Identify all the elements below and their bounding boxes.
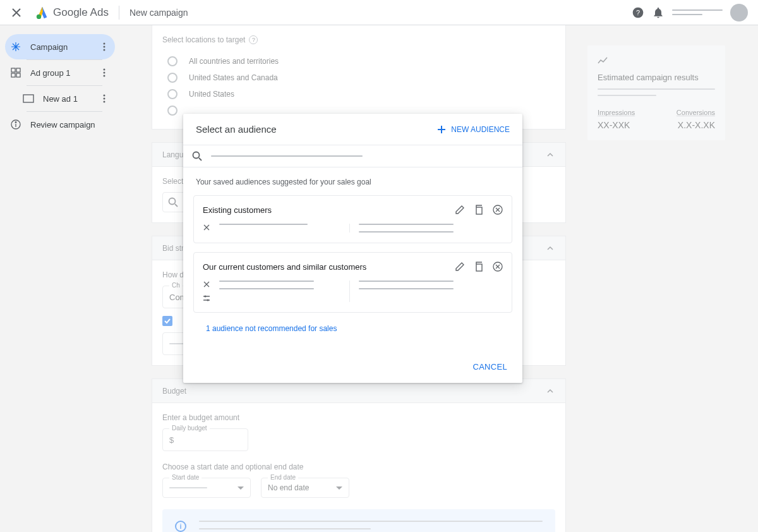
product-logo: Google Ads [35, 6, 109, 20]
svg-point-19 [15, 122, 16, 123]
svg-rect-6 [11, 68, 15, 72]
new-audience-button[interactable]: NEW AUDIENCE [437, 125, 510, 134]
svg-point-11 [104, 72, 105, 74]
sidebar-item-label: Campaign [30, 42, 99, 52]
copy-icon[interactable] [474, 262, 484, 272]
google-ads-logo-icon [35, 6, 49, 20]
svg-point-5 [104, 49, 105, 51]
svg-text:?: ? [636, 9, 640, 16]
new-audience-label: NEW AUDIENCE [451, 125, 510, 134]
not-recommended-link[interactable]: 1 audience not recommended for sales [188, 322, 517, 333]
dialog-title: Select an audience [196, 124, 277, 135]
adgroup-icon [10, 67, 21, 78]
svg-point-10 [104, 69, 105, 71]
svg-point-3 [104, 43, 105, 45]
svg-rect-13 [23, 95, 33, 102]
svg-point-14 [104, 95, 105, 97]
account-avatar[interactable] [730, 4, 748, 21]
remove-icon[interactable] [493, 262, 503, 272]
svg-rect-8 [11, 73, 15, 77]
more-icon[interactable] [99, 93, 110, 104]
help-icon[interactable]: ? [632, 6, 644, 19]
plus-icon [437, 125, 446, 134]
svg-line-23 [199, 158, 202, 160]
sidebar-item-review[interactable]: Review campaign [5, 112, 115, 137]
svg-point-29 [207, 299, 209, 301]
product-name: Google Ads [53, 6, 109, 19]
cross-icon [203, 224, 210, 231]
svg-rect-9 [16, 73, 20, 77]
notifications-icon[interactable] [652, 6, 665, 19]
edit-icon[interactable] [455, 262, 465, 272]
edit-icon[interactable] [455, 205, 465, 215]
svg-rect-24 [476, 207, 482, 214]
copy-icon[interactable] [474, 205, 484, 215]
close-button[interactable] [10, 6, 23, 19]
audience-card-current-similar[interactable]: Our current customers and similar custom… [193, 252, 512, 313]
audience-name: Existing customers [203, 205, 272, 215]
audience-name: Our current customers and similar custom… [203, 262, 366, 272]
campaign-icon [10, 41, 21, 52]
svg-rect-26 [476, 264, 482, 271]
more-icon[interactable] [99, 41, 110, 52]
left-nav: Campaign Ad group 1 New ad 1 Review camp… [0, 25, 120, 532]
svg-rect-7 [16, 68, 20, 72]
cross-icon [203, 281, 210, 288]
sidebar-item-label: Ad group 1 [30, 68, 99, 78]
sliders-icon [203, 294, 210, 302]
remove-icon[interactable] [493, 205, 503, 215]
more-icon[interactable] [99, 67, 110, 78]
svg-point-0 [37, 14, 41, 18]
svg-point-12 [104, 75, 105, 77]
svg-point-22 [193, 152, 200, 159]
divider [119, 6, 119, 20]
audience-search-input[interactable] [183, 145, 522, 167]
ad-icon [23, 93, 34, 104]
svg-point-15 [104, 98, 105, 100]
svg-point-4 [104, 46, 105, 48]
sidebar-item-label: Review campaign [30, 120, 110, 130]
sidebar-item-campaign[interactable]: Campaign [5, 34, 115, 59]
close-icon [12, 8, 21, 17]
svg-point-28 [205, 296, 207, 298]
sidebar-item-adgroup[interactable]: Ad group 1 [5, 60, 115, 85]
search-icon [192, 151, 202, 161]
select-audience-dialog: Select an audience NEW AUDIENCE Your sav… [183, 114, 522, 383]
svg-point-16 [104, 101, 105, 103]
cancel-button[interactable]: CANCEL [472, 362, 507, 372]
sidebar-item-label: New ad 1 [43, 94, 99, 104]
page-title: New campaign [129, 8, 188, 18]
sidebar-item-newad[interactable]: New ad 1 [11, 86, 115, 111]
audience-card-existing[interactable]: Existing customers [193, 195, 512, 243]
info-icon [10, 119, 21, 130]
account-placeholder [672, 9, 723, 15]
audience-hint: Your saved audiences suggested for your … [188, 178, 517, 195]
